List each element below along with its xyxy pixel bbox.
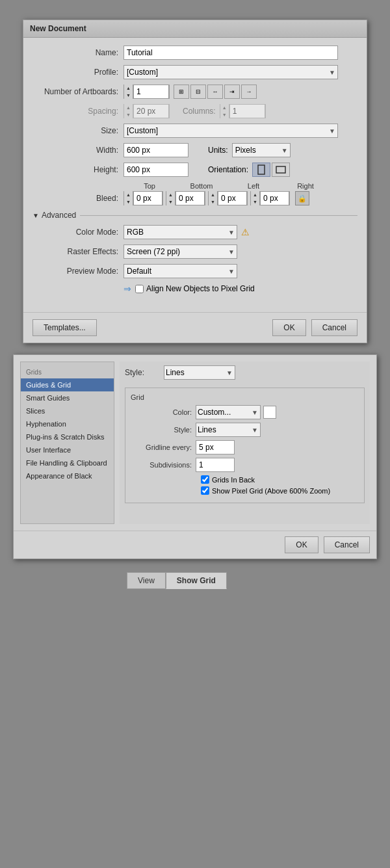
prefs-item-slices[interactable]: Slices [21,404,114,417]
prefs-item-ui[interactable]: User Interface [21,443,114,456]
prefs-style-row-top: Style: Lines Dots ▼ [120,362,370,384]
bleed-top-input[interactable] [133,191,162,205]
columns-input [229,104,265,118]
size-row: Size: [Custom] Letter A4 ▼ [32,124,358,138]
artboards-input[interactable] [133,85,169,99]
prefs-item-file-handling[interactable]: File Handling & Clipboard [21,456,114,469]
prefs-item-smart-guides[interactable]: Smart Guides [21,391,114,404]
advanced-label: Advanced [42,211,76,220]
bleed-top-down[interactable]: ▼ [124,198,133,205]
name-label: Name: [32,48,124,57]
preview-mode-select[interactable]: Default Pixel Overprint [124,264,237,278]
show-grid-tab[interactable]: Show Grid [166,572,227,589]
show-pixel-grid-checkbox[interactable] [201,486,209,495]
show-pixel-grid-label: Show Pixel Grid (Above 600% Zoom) [212,487,330,495]
artboard-row-icon[interactable]: ⊟ [190,85,206,99]
spacing-input [133,104,169,118]
prefs-grid-color-label: Color: [131,408,196,416]
bleed-top-btns[interactable]: ▲ ▼ [124,191,133,205]
prefs-item-plugins[interactable]: Plug-ins & Scratch Disks [21,430,114,443]
size-label: Size: [32,126,124,135]
prefs-item-hyphenation[interactable]: Hyphenation [21,417,114,430]
profile-select[interactable]: [Custom] Print Web [124,65,338,79]
spacing-down-arrow: ▼ [124,111,133,118]
prefs-item-guides-grid[interactable]: Guides & Grid [21,378,114,391]
height-input[interactable] [124,163,188,177]
bleed-bottom-input[interactable] [176,191,205,205]
prefs-ok-button[interactable]: OK [285,536,318,553]
bleed-bottom-down[interactable]: ▼ [166,198,176,205]
templates-button[interactable]: Templates... [32,319,97,336]
artboard-arrange-icon[interactable]: ↔ [207,85,223,99]
bleed-left-btns[interactable]: ▲ ▼ [209,191,218,205]
new-doc-body: Name: Profile: [Custom] Print Web ▼ Numb… [23,38,367,307]
bleed-left-input[interactable] [218,191,247,205]
artboard-spacing-icon[interactable]: ⇥ [224,85,240,99]
landscape-button[interactable] [272,163,290,177]
raster-effects-select[interactable]: Screen (72 ppi) Medium (150 ppi) High (3… [124,244,237,259]
bleed-bottom-btns[interactable]: ▲ ▼ [166,191,176,205]
spacing-spinner-btns: ▲ ▼ [124,104,133,118]
bleed-right-btns[interactable]: ▲ ▼ [251,191,260,205]
view-tab[interactable]: View [127,572,166,589]
new-doc-titlebar: New Document [23,20,367,38]
width-input[interactable] [124,143,188,157]
preferences-dialog: Grids Guides & Grid Smart Guides Slices … [13,354,377,559]
width-label: Width: [32,146,124,155]
artboard-arrow-icon[interactable]: → [241,85,257,99]
artboards-spinner-btns[interactable]: ▲ ▼ [124,85,133,99]
artboard-grid-icon[interactable]: ⊞ [174,85,189,99]
name-input[interactable] [124,46,338,60]
prefs-item-appearance-black[interactable]: Appearance of Black [21,469,114,482]
gridline-input[interactable] [196,440,235,454]
prefs-gridline-row: Gridline every: [131,440,359,454]
prefs-style-select-wrapper: Lines Dots ▼ [164,365,235,380]
bleed-left-spinner: ▲ ▼ [208,191,248,205]
grids-in-back-checkbox[interactable] [201,475,209,484]
size-select[interactable]: [Custom] Letter A4 [124,124,338,138]
bleed-right-input[interactable] [260,191,289,205]
spacing-spinner: ▲ ▼ [124,104,170,118]
artboard-layout-icons: ⊞ ⊟ ↔ ⇥ → [174,85,257,99]
prefs-grid-section: Grid Color: Custom... Light Blue ▼ [125,388,365,503]
bleed-right-down[interactable]: ▼ [251,198,260,205]
prefs-cancel-button[interactable]: Cancel [324,536,370,553]
advanced-toggle[interactable]: ▼ [32,212,39,219]
grid-color-select[interactable]: Custom... Light Blue [196,405,261,419]
subdivisions-input[interactable] [196,458,235,472]
bleed-headers: Top Bottom Left Right [124,182,358,190]
bleed-top-header: Top [124,182,176,190]
bleed-bottom-up[interactable]: ▲ [166,191,176,198]
prefs-footer: OK Cancel [14,531,376,559]
bleed-lock-button[interactable]: 🔒 [295,191,309,205]
prefs-style-select[interactable]: Lines Dots [164,365,235,380]
prefs-sidebar: Grids Guides & Grid Smart Guides Slices … [20,362,114,524]
bleed-left-down[interactable]: ▼ [209,198,218,205]
prefs-grid-title: Grid [131,393,359,401]
units-row: Units: Pixels Points Inches ▼ [208,143,291,157]
artboards-up-arrow[interactable]: ▲ [124,85,133,92]
preview-mode-label: Preview Mode: [32,267,124,276]
prefs-subdivisions-label: Subdivisions: [131,461,196,469]
landscape-icon [276,166,286,174]
units-select[interactable]: Pixels Points Inches [232,143,291,157]
cancel-button[interactable]: Cancel [311,319,358,336]
color-mode-select[interactable]: RGB CMYK Grayscale [124,225,237,239]
raster-effects-label: Raster Effects: [32,247,124,256]
align-checkbox[interactable] [135,285,144,293]
bleed-left-up[interactable]: ▲ [209,191,218,198]
height-label: Height: [32,165,124,174]
height-row: Height: Orientation: [32,163,358,177]
artboards-down-arrow[interactable]: ▼ [124,92,133,99]
grid-style-select[interactable]: Lines Dots [196,423,261,437]
spacing-row: Spacing: ▲ ▼ Columns: ▲ ▼ [32,104,358,118]
bleed-right-up[interactable]: ▲ [251,191,260,198]
grid-color-swatch[interactable] [263,406,276,419]
portrait-button[interactable] [252,163,270,177]
bleed-top-up[interactable]: ▲ [124,191,133,198]
grids-in-back-label: Grids In Back [212,476,255,484]
ok-button[interactable]: OK [272,319,306,336]
bleed-left-header: Left [228,182,280,190]
prefs-grid-color-row: Color: Custom... Light Blue ▼ [131,405,359,419]
svg-rect-0 [258,165,265,174]
